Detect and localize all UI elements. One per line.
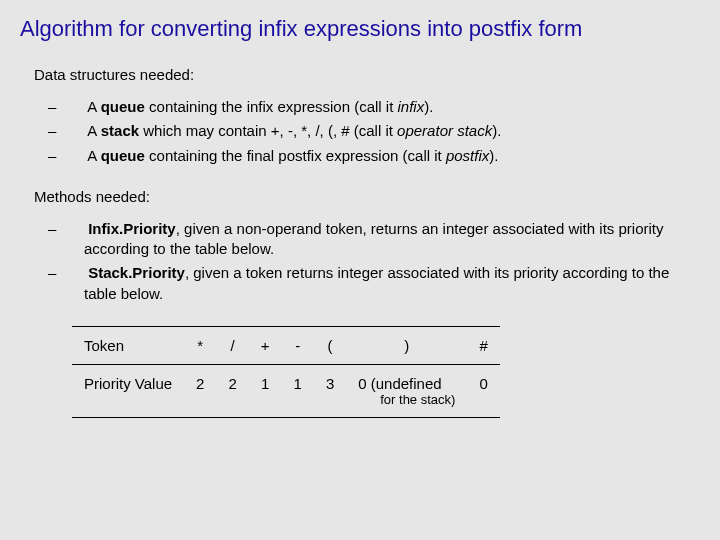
slide: Algorithm for converting infix expressio… bbox=[0, 0, 720, 438]
text-bold: queue bbox=[101, 147, 145, 164]
text: ). bbox=[424, 98, 433, 115]
list-item: A stack which may contain +, -, *, /, (,… bbox=[66, 121, 700, 141]
text-italic: postfix bbox=[446, 147, 489, 164]
priority-table: Token * / + - ( ) # Priority Value 2 2 1… bbox=[72, 326, 500, 418]
text: which may contain +, -, *, /, (, # (call… bbox=[139, 122, 397, 139]
table-header-cell: Token bbox=[72, 326, 184, 364]
table-cell: Priority Value bbox=[72, 364, 184, 417]
list-item: Stack.Priority, given a token returns in… bbox=[66, 263, 700, 304]
table-cell: 2 bbox=[216, 364, 248, 417]
methods-label: Methods needed: bbox=[34, 188, 700, 205]
table-cell: 0 bbox=[467, 364, 499, 417]
table-header-cell: * bbox=[184, 326, 216, 364]
row-label: Priority Value bbox=[84, 375, 172, 392]
table-cell: 1 bbox=[282, 364, 314, 417]
data-structures-label: Data structures needed: bbox=[34, 66, 700, 83]
text: containing the final postfix expression … bbox=[145, 147, 446, 164]
table-row: Token * / + - ( ) # bbox=[72, 326, 500, 364]
methods-list: Infix.Priority, given a non-operand toke… bbox=[20, 219, 700, 304]
text: A bbox=[87, 98, 100, 115]
text: containing the infix expression (call it bbox=[145, 98, 398, 115]
list-item: Infix.Priority, given a non-operand toke… bbox=[66, 219, 700, 260]
text: 0 (undefined bbox=[358, 375, 441, 392]
list-item: A queue containing the infix expression … bbox=[66, 97, 700, 117]
table-header-cell: ) bbox=[346, 326, 467, 364]
table-cell: 2 bbox=[184, 364, 216, 417]
table-cell: 3 bbox=[314, 364, 346, 417]
table-cell: 0 (undefined for the stack) bbox=[346, 364, 467, 417]
list-item: A queue containing the final postfix exp… bbox=[66, 146, 700, 166]
table-header-cell: - bbox=[282, 326, 314, 364]
page-title: Algorithm for converting infix expressio… bbox=[20, 16, 700, 42]
table-header-cell: / bbox=[216, 326, 248, 364]
table-row: Priority Value 2 2 1 1 3 0 (undefined fo… bbox=[72, 364, 500, 417]
text-bold: Stack.Priority bbox=[88, 264, 185, 281]
data-structures-list: A queue containing the infix expression … bbox=[20, 97, 700, 166]
text: A bbox=[87, 147, 100, 164]
table-header-cell: + bbox=[249, 326, 282, 364]
text: ). bbox=[489, 147, 498, 164]
table-cell: 1 bbox=[249, 364, 282, 417]
text-bold: queue bbox=[101, 98, 145, 115]
text-note: for the stack) bbox=[358, 392, 455, 407]
text-bold: stack bbox=[101, 122, 139, 139]
table-header-cell: ( bbox=[314, 326, 346, 364]
text: A bbox=[87, 122, 100, 139]
table-header-cell: # bbox=[467, 326, 499, 364]
text-italic: operator stack bbox=[397, 122, 492, 139]
text-italic: infix bbox=[398, 98, 425, 115]
text: ). bbox=[492, 122, 501, 139]
text-bold: Infix.Priority bbox=[88, 220, 176, 237]
